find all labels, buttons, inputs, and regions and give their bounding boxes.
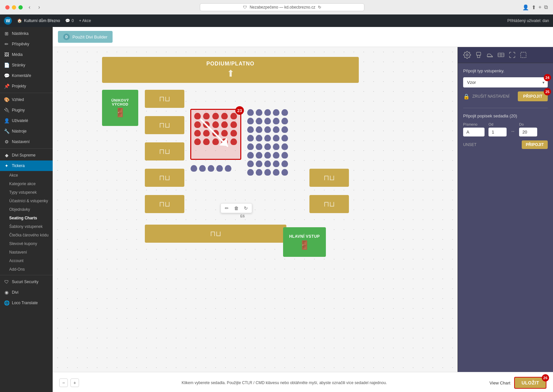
nastaveni-icon: ⚙ (4, 139, 9, 144)
label-section-title: Připojit popisek sedadla (20) (463, 113, 548, 118)
sidebar-item-komentare[interactable]: 💬 Komentáře (0, 70, 53, 81)
letter-input[interactable] (463, 128, 485, 136)
browser-titlebar: ‹ › 🛡 Nezabezpečeno — kd.obecbrezno.cz ↻… (0, 0, 553, 14)
comment-icon: 💬 (65, 18, 70, 23)
sidebar-item-vzhled[interactable]: 🎨 Vzhled (0, 94, 53, 105)
sidebar-item-projekty[interactable]: 📌 Projekty (0, 81, 53, 91)
chart-canvas[interactable]: PODIUM/PLATNO ⬆ ÚNIKOVÝVÝCHOD 🚪 ⊓⊔ ⊓⊔ ⊓⊔… (53, 47, 458, 372)
bottom-seat-grid[interactable] (190, 165, 232, 172)
sidebar-item-pluginy[interactable]: 🔌 Pluginy (0, 105, 53, 115)
letter-label: Písmeno (463, 122, 485, 126)
new-tab-icon[interactable]: + (539, 4, 541, 10)
back-button[interactable]: ‹ (27, 4, 32, 11)
delete-button[interactable]: 🗑 (233, 205, 240, 211)
divi-builder-button[interactable]: D Použít Divi Builder (58, 31, 113, 43)
view-chart-button[interactable]: View Chart (489, 380, 510, 385)
sidebar-item-tickera[interactable]: ✦ Tickera (0, 160, 53, 171)
sidebar-item-divi[interactable]: ◉ Divi (0, 287, 53, 298)
sidebar-item-prispevky[interactable]: ✏ Příspěvky (0, 39, 53, 49)
shoe-icon[interactable] (486, 51, 493, 59)
barrier-7: ⊓⊔ (309, 195, 349, 213)
pluginy-icon: 🔌 (4, 108, 9, 113)
submenu-slevove-kupony[interactable]: Slevové kupony (0, 239, 53, 248)
select-icon[interactable] (520, 51, 527, 59)
wp-site-name[interactable]: 🏠 Kulturní dům Březno (17, 18, 60, 23)
zrusit-button[interactable]: ZRUŠIT NASTAVENÍ (472, 94, 515, 99)
chair-icon[interactable] (475, 51, 482, 59)
vzhled-icon: 🎨 (4, 97, 9, 102)
submenu-ctecka[interactable]: Čtečka čárového kódu (0, 231, 53, 239)
tickera-icon: ✦ (4, 163, 9, 168)
exit-title: ÚNIKOVÝVÝCHOD (110, 98, 130, 106)
edit-button[interactable]: ✏ (224, 205, 230, 211)
main-entry: HLAVNÍ VSTUP 🚪 (283, 227, 326, 257)
unset-button[interactable]: UNSET (463, 142, 477, 147)
forward-button[interactable]: › (36, 4, 42, 11)
submenu-ucastnici[interactable]: Účastníci & vstupenky (0, 197, 53, 205)
settings-icon[interactable] (463, 51, 471, 59)
bottom-bar: − + Klikem vyberete sedadla. Použijte CT… (53, 372, 553, 392)
submenu-objednavky[interactable]: Objednávky (0, 205, 53, 214)
wp-comments[interactable]: 💬 0 (65, 18, 74, 23)
stranky-icon: 📄 (4, 62, 9, 68)
ulozit-button[interactable]: ULOŽIT 26 (514, 377, 546, 389)
browser-chrome: ‹ › 🛡 Nezabezpečeno — kd.obecbrezno.cz ↻… (0, 0, 553, 14)
wp-new[interactable]: + Akce (79, 18, 91, 23)
uzivatele-icon: 👤 (4, 118, 9, 123)
window-controls (5, 5, 23, 10)
minimize-button[interactable] (12, 5, 16, 10)
sidebar-item-nastenska[interactable]: ⊞ Nástěnka (0, 28, 53, 39)
main-entry-title: HLAVNÍ VSTUP (289, 234, 320, 239)
submenu-sablony[interactable]: Šablony vstupenek (0, 222, 53, 231)
sidebar-item-sucuri[interactable]: 🛡 Sucuri Security (0, 277, 53, 287)
ticket-type-dropdown[interactable]: Vzor (463, 77, 548, 87)
ticket-type-title: Připojit typ vstupenky. (463, 68, 548, 73)
account-icon[interactable]: 👤 (522, 4, 529, 11)
selected-section[interactable] (190, 109, 241, 160)
table-icon[interactable] (497, 51, 505, 59)
sidebar-item-uzivatele[interactable]: 👤 Uživatelé (0, 115, 53, 126)
right-seat-grid[interactable] (247, 109, 288, 150)
to-col: Do (519, 122, 537, 136)
address-bar[interactable]: 🛡 Nezabezpečeno — kd.obecbrezno.cz ↻ (200, 3, 364, 11)
content-area: D Použít Divi Builder PODIUM/PLATNO ⬆ ÚN… (53, 27, 553, 392)
to-input[interactable] (519, 128, 537, 136)
submenu-akce[interactable]: Akce (0, 171, 53, 180)
panel-toolbar (458, 47, 553, 63)
close-button[interactable] (5, 5, 10, 10)
pripojit-label-button[interactable]: PŘIPOJIT (522, 140, 548, 149)
sidebar-item-nastaveni[interactable]: ⚙ Nastavení (0, 136, 53, 147)
zoom-out-button[interactable]: − (59, 379, 68, 387)
sidebar-item-loco[interactable]: 🌐 Loco Translate (0, 298, 53, 308)
wp-user: Přihlášený uživatel: dan (507, 18, 549, 23)
podium-icon: ⬆ (106, 68, 355, 79)
sidebar-item-divi-supreme[interactable]: ◆ Divi Supreme (0, 150, 53, 160)
lock-icon: 🔒 (463, 93, 470, 100)
zoom-in-button[interactable]: + (70, 379, 79, 387)
zoom-controls: − + (59, 379, 79, 387)
sidebar-item-stranky[interactable]: 📄 Stránky (0, 60, 53, 70)
from-col: Od (488, 122, 507, 136)
maximize-button[interactable] (18, 5, 23, 10)
share-icon[interactable]: ⬆ (532, 4, 536, 11)
submenu-add-ons[interactable]: Add-Ons (0, 265, 53, 274)
submenu-account[interactable]: Account (0, 257, 53, 265)
expand-icon[interactable] (509, 51, 516, 59)
right-seat-grid-2[interactable] (247, 152, 288, 176)
podium-block: PODIUM/PLATNO ⬆ (102, 57, 359, 83)
submenu-seating-charts[interactable]: Seating Charts (0, 214, 53, 222)
barrier-4: ⊓⊔ (145, 169, 184, 187)
refresh-button[interactable]: ↻ (243, 205, 249, 211)
panel-divider (463, 108, 548, 108)
from-input[interactable] (488, 128, 507, 136)
sidebar-item-media[interactable]: 🖼 Média (0, 49, 53, 60)
submenu-kategorie-akce[interactable]: Kategorie akce (0, 180, 53, 188)
tab-grid-icon[interactable]: ⧉ (544, 4, 548, 10)
svg-rect-6 (521, 52, 526, 58)
pripojit-button[interactable]: PŘIPOJIT (518, 91, 548, 101)
submenu-typy-vstupenek[interactable]: Typy vstupenek (0, 188, 53, 197)
label-action-row: UNSET PŘIPOJIT (463, 140, 548, 149)
wp-admin-bar: W 🏠 Kulturní dům Březno 💬 0 + Akce Přihl… (0, 14, 553, 27)
sidebar-item-nastroje[interactable]: 🔧 Nástroje (0, 126, 53, 136)
submenu-nastaveni-t[interactable]: Nastavení (0, 248, 53, 257)
